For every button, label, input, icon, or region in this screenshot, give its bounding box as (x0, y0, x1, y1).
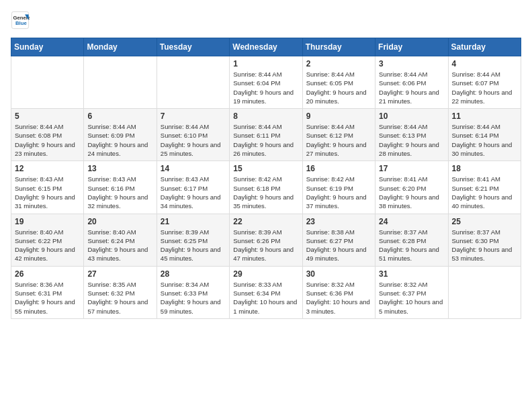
day-number: 31 (379, 269, 444, 279)
calendar-cell (11, 56, 84, 109)
day-info: Sunrise: 8:44 AM Sunset: 6:05 PM Dayligh… (306, 70, 371, 105)
day-info: Sunrise: 8:42 AM Sunset: 6:19 PM Dayligh… (306, 175, 371, 210)
day-number: 5 (15, 111, 80, 121)
day-number: 23 (306, 217, 371, 226)
day-number: 10 (379, 111, 444, 121)
calendar-cell: 30Sunrise: 8:32 AM Sunset: 6:36 PM Dayli… (302, 266, 375, 318)
day-number: 19 (15, 217, 80, 226)
day-number: 13 (87, 164, 152, 173)
day-info: Sunrise: 8:43 AM Sunset: 6:17 PM Dayligh… (161, 175, 226, 210)
day-info: Sunrise: 8:41 AM Sunset: 6:20 PM Dayligh… (379, 175, 444, 210)
day-info: Sunrise: 8:40 AM Sunset: 6:24 PM Dayligh… (87, 228, 152, 263)
day-number: 11 (452, 111, 517, 121)
day-info: Sunrise: 8:44 AM Sunset: 6:14 PM Dayligh… (452, 122, 517, 158)
calendar-cell: 16Sunrise: 8:42 AM Sunset: 6:19 PM Dayli… (302, 161, 375, 214)
day-number: 3 (379, 59, 444, 68)
calendar-cell: 8Sunrise: 8:44 AM Sunset: 6:11 PM Daylig… (230, 109, 302, 161)
day-number: 25 (452, 217, 517, 226)
calendar-cell: 26Sunrise: 8:36 AM Sunset: 6:31 PM Dayli… (11, 266, 84, 318)
day-info: Sunrise: 8:44 AM Sunset: 6:10 PM Dayligh… (161, 122, 226, 158)
day-info: Sunrise: 8:43 AM Sunset: 6:16 PM Dayligh… (87, 175, 152, 210)
calendar-cell: 23Sunrise: 8:38 AM Sunset: 6:27 PM Dayli… (302, 214, 375, 266)
calendar-cell: 6Sunrise: 8:44 AM Sunset: 6:09 PM Daylig… (84, 109, 157, 161)
day-number: 12 (15, 164, 80, 173)
day-number: 22 (233, 217, 298, 226)
weekday-header-thursday: Thursday (302, 38, 375, 56)
calendar-week-4: 19Sunrise: 8:40 AM Sunset: 6:22 PM Dayli… (11, 214, 521, 266)
calendar-cell: 28Sunrise: 8:34 AM Sunset: 6:33 PM Dayli… (157, 266, 229, 318)
calendar-cell: 1Sunrise: 8:44 AM Sunset: 6:04 PM Daylig… (230, 56, 302, 109)
day-info: Sunrise: 8:37 AM Sunset: 6:30 PM Dayligh… (452, 228, 517, 263)
calendar-cell: 19Sunrise: 8:40 AM Sunset: 6:22 PM Dayli… (11, 214, 84, 266)
day-number: 18 (452, 164, 517, 173)
day-number: 20 (87, 217, 152, 226)
calendar-cell: 24Sunrise: 8:37 AM Sunset: 6:28 PM Dayli… (375, 214, 448, 266)
day-number: 29 (233, 269, 298, 279)
calendar-cell: 17Sunrise: 8:41 AM Sunset: 6:20 PM Dayli… (375, 161, 448, 214)
logo: General Blue (11, 11, 32, 30)
day-number: 14 (161, 164, 226, 173)
calendar-cell: 11Sunrise: 8:44 AM Sunset: 6:14 PM Dayli… (448, 109, 521, 161)
calendar-cell: 4Sunrise: 8:44 AM Sunset: 6:07 PM Daylig… (448, 56, 521, 109)
day-info: Sunrise: 8:38 AM Sunset: 6:27 PM Dayligh… (306, 228, 371, 263)
day-number: 8 (233, 111, 298, 121)
calendar-cell: 21Sunrise: 8:39 AM Sunset: 6:25 PM Dayli… (157, 214, 229, 266)
day-number: 24 (379, 217, 444, 226)
day-number: 15 (233, 164, 298, 173)
day-info: Sunrise: 8:34 AM Sunset: 6:33 PM Dayligh… (161, 280, 226, 316)
day-info: Sunrise: 8:44 AM Sunset: 6:06 PM Dayligh… (379, 70, 444, 105)
day-number: 9 (306, 111, 371, 121)
calendar-cell (157, 56, 229, 109)
calendar-cell: 12Sunrise: 8:43 AM Sunset: 6:15 PM Dayli… (11, 161, 84, 214)
svg-text:Blue: Blue (15, 20, 27, 26)
calendar-cell: 13Sunrise: 8:43 AM Sunset: 6:16 PM Dayli… (84, 161, 157, 214)
calendar-cell: 3Sunrise: 8:44 AM Sunset: 6:06 PM Daylig… (375, 56, 448, 109)
page-header: General Blue (11, 11, 521, 30)
day-info: Sunrise: 8:42 AM Sunset: 6:18 PM Dayligh… (233, 175, 298, 210)
day-number: 16 (306, 164, 371, 173)
weekday-header-friday: Friday (375, 38, 448, 56)
day-info: Sunrise: 8:41 AM Sunset: 6:21 PM Dayligh… (452, 175, 517, 210)
calendar-cell: 31Sunrise: 8:32 AM Sunset: 6:37 PM Dayli… (375, 266, 448, 318)
calendar-cell (84, 56, 157, 109)
day-info: Sunrise: 8:44 AM Sunset: 6:08 PM Dayligh… (15, 122, 80, 158)
day-info: Sunrise: 8:37 AM Sunset: 6:28 PM Dayligh… (379, 228, 444, 263)
day-info: Sunrise: 8:39 AM Sunset: 6:26 PM Dayligh… (233, 228, 298, 263)
day-number: 4 (452, 59, 517, 68)
calendar-table: SundayMondayTuesdayWednesdayThursdayFrid… (11, 38, 521, 319)
weekday-header-wednesday: Wednesday (230, 38, 302, 56)
calendar-cell: 25Sunrise: 8:37 AM Sunset: 6:30 PM Dayli… (448, 214, 521, 266)
calendar-cell: 15Sunrise: 8:42 AM Sunset: 6:18 PM Dayli… (230, 161, 302, 214)
logo-icon: General Blue (11, 11, 30, 30)
weekday-header-monday: Monday (84, 38, 157, 56)
day-number: 2 (306, 59, 371, 68)
weekday-header-tuesday: Tuesday (157, 38, 229, 56)
calendar-week-1: 1Sunrise: 8:44 AM Sunset: 6:04 PM Daylig… (11, 56, 521, 109)
day-info: Sunrise: 8:40 AM Sunset: 6:22 PM Dayligh… (15, 228, 80, 263)
day-info: Sunrise: 8:39 AM Sunset: 6:25 PM Dayligh… (161, 228, 226, 263)
weekday-header-sunday: Sunday (11, 38, 84, 56)
day-number: 21 (161, 217, 226, 226)
day-info: Sunrise: 8:44 AM Sunset: 6:09 PM Dayligh… (87, 122, 152, 158)
day-info: Sunrise: 8:32 AM Sunset: 6:37 PM Dayligh… (379, 280, 444, 316)
day-info: Sunrise: 8:44 AM Sunset: 6:12 PM Dayligh… (306, 122, 371, 158)
day-number: 1 (233, 59, 298, 68)
calendar-cell: 14Sunrise: 8:43 AM Sunset: 6:17 PM Dayli… (157, 161, 229, 214)
day-number: 30 (306, 269, 371, 279)
calendar-cell: 27Sunrise: 8:35 AM Sunset: 6:32 PM Dayli… (84, 266, 157, 318)
calendar-cell: 29Sunrise: 8:33 AM Sunset: 6:34 PM Dayli… (230, 266, 302, 318)
day-number: 27 (87, 269, 152, 279)
calendar-cell: 10Sunrise: 8:44 AM Sunset: 6:13 PM Dayli… (375, 109, 448, 161)
calendar-cell: 18Sunrise: 8:41 AM Sunset: 6:21 PM Dayli… (448, 161, 521, 214)
day-number: 26 (15, 269, 80, 279)
day-info: Sunrise: 8:32 AM Sunset: 6:36 PM Dayligh… (306, 280, 371, 316)
day-info: Sunrise: 8:44 AM Sunset: 6:07 PM Dayligh… (452, 70, 517, 105)
day-info: Sunrise: 8:33 AM Sunset: 6:34 PM Dayligh… (233, 280, 298, 316)
day-info: Sunrise: 8:44 AM Sunset: 6:13 PM Dayligh… (379, 122, 444, 158)
day-number: 28 (161, 269, 226, 279)
calendar-cell: 5Sunrise: 8:44 AM Sunset: 6:08 PM Daylig… (11, 109, 84, 161)
calendar-cell: 2Sunrise: 8:44 AM Sunset: 6:05 PM Daylig… (302, 56, 375, 109)
day-info: Sunrise: 8:36 AM Sunset: 6:31 PM Dayligh… (15, 280, 80, 316)
day-info: Sunrise: 8:35 AM Sunset: 6:32 PM Dayligh… (87, 280, 152, 316)
calendar-week-3: 12Sunrise: 8:43 AM Sunset: 6:15 PM Dayli… (11, 161, 521, 214)
